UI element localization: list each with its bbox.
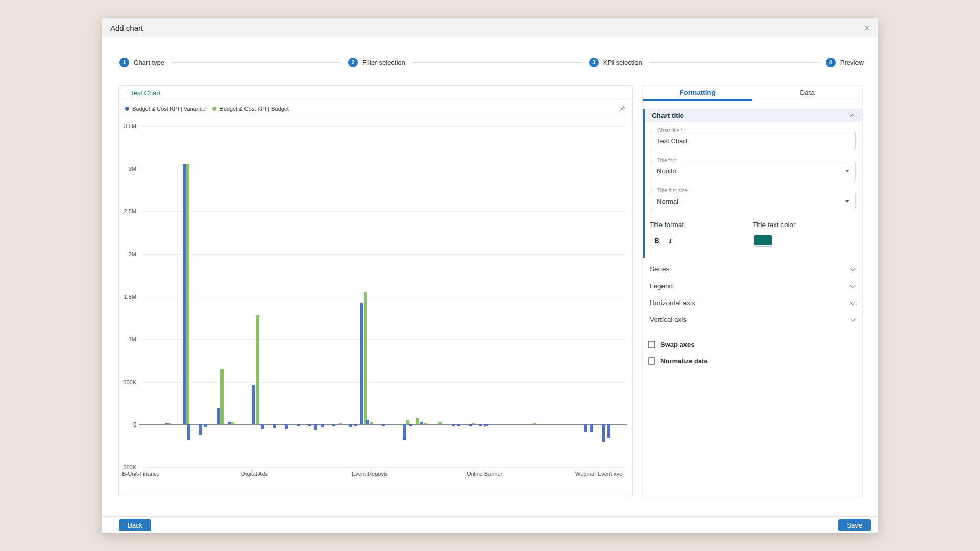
checkbox[interactable]	[648, 341, 655, 348]
x-axis-end-tick	[625, 424, 625, 427]
bar-negative[interactable]	[382, 424, 385, 426]
accordion-row-label: Vertical axis	[650, 316, 687, 323]
bar-positive[interactable]	[165, 423, 168, 425]
bar-positive[interactable]	[217, 408, 220, 425]
chart-title-section-header[interactable]: Chart title	[645, 109, 862, 122]
bar-positive[interactable]	[168, 423, 172, 425]
bar-negative[interactable]	[457, 424, 460, 426]
bar-negative[interactable]	[479, 424, 482, 426]
back-button[interactable]: Back	[119, 519, 151, 531]
bar-negative[interactable]	[321, 424, 324, 427]
step-label: KPI selection	[603, 59, 642, 66]
bar-negative[interactable]	[314, 424, 317, 429]
step-number-badge: 4	[826, 58, 836, 67]
bar-negative[interactable]	[261, 424, 264, 429]
bar-positive[interactable]	[364, 292, 367, 424]
accordion-row-horizontal-axis[interactable]: Horizontal axis	[643, 294, 862, 311]
chevron-down-icon	[850, 282, 855, 288]
chart-title-field-value: Test Chart	[657, 137, 687, 145]
legend-item[interactable]: Budget & Cost KPI | Variance	[125, 106, 205, 112]
stepper-step-3[interactable]: 3KPI selection	[589, 58, 642, 67]
bar-positive[interactable]	[366, 420, 369, 424]
bar-positive[interactable]	[533, 423, 536, 425]
accordion-row-series[interactable]: Series	[643, 261, 862, 278]
bar-negative[interactable]	[452, 424, 455, 426]
bar-positive[interactable]	[256, 315, 259, 424]
title-font-size-value: Normal	[657, 197, 678, 205]
pin-icon[interactable]	[617, 104, 626, 113]
close-icon[interactable]: ×	[864, 22, 870, 33]
chart-title-section: Chart title Chart title * Test Chart Tit…	[643, 109, 862, 258]
italic-button[interactable]: I	[664, 234, 677, 247]
bar-negative[interactable]	[285, 424, 288, 429]
bar-negative[interactable]	[354, 424, 357, 426]
bar-negative[interactable]	[469, 424, 472, 426]
title-text-color-swatch[interactable]	[753, 234, 773, 247]
x-tick-mark	[484, 424, 485, 427]
bar-positive[interactable]	[220, 369, 224, 425]
bar-positive[interactable]	[370, 422, 373, 425]
save-button[interactable]: Save	[838, 519, 871, 531]
bar-positive[interactable]	[183, 164, 186, 424]
legend-item[interactable]: Budget & Cost KPI | Budget	[212, 106, 289, 112]
panel-tabs: Formatting Data	[643, 86, 862, 101]
bar-negative[interactable]	[349, 424, 352, 427]
stepper-step-4[interactable]: 4Preview	[826, 58, 864, 67]
checkbox[interactable]	[648, 357, 655, 365]
bar-positive[interactable]	[472, 423, 475, 425]
bar-positive[interactable]	[438, 422, 442, 424]
bar-negative[interactable]	[602, 424, 605, 442]
title-font-select[interactable]: Title font Nunito	[650, 161, 856, 181]
checkbox-row-swap-axes[interactable]: Swap axes	[643, 336, 862, 353]
bar-negative[interactable]	[485, 424, 488, 426]
accordion-row-legend[interactable]: Legend	[643, 278, 862, 294]
bar-negative[interactable]	[590, 424, 593, 432]
chart-preview-card: Test Chart Budget & Cost KPI | VarianceB…	[118, 85, 633, 497]
bar-positive[interactable]	[252, 385, 255, 425]
chart-title-field[interactable]: Chart title * Test Chart	[650, 131, 856, 151]
accordion-row-vertical-axis[interactable]: Vertical axis	[643, 311, 862, 328]
stepper-step-1[interactable]: 1Chart type	[119, 58, 164, 67]
checkbox-label: Normalize data	[660, 357, 707, 365]
bar-positive[interactable]	[424, 423, 427, 424]
gridline	[141, 254, 625, 255]
bar-negative[interactable]	[332, 424, 335, 426]
bar-positive[interactable]	[360, 303, 363, 424]
bar-negative[interactable]	[273, 424, 276, 428]
step-label: Chart type	[134, 59, 164, 66]
bar-positive[interactable]	[416, 418, 419, 424]
tab-formatting[interactable]: Formatting	[643, 86, 752, 101]
stepper-step-2[interactable]: 2Filter selection	[348, 58, 405, 67]
gridline	[141, 211, 625, 212]
bar-negative[interactable]	[187, 424, 190, 440]
x-tick-label: Event Reguvis	[352, 471, 388, 477]
y-tick-label: 2.5M	[124, 208, 136, 214]
checkbox-row-normalize-data[interactable]: Normalize data	[643, 353, 862, 369]
y-tick-label: 2M	[129, 251, 136, 257]
bar-negative[interactable]	[403, 424, 406, 440]
accordion-row-label: Series	[650, 265, 669, 273]
step-number-badge: 1	[119, 58, 129, 67]
bar-negative[interactable]	[199, 424, 202, 435]
step-number-badge: 2	[348, 58, 358, 67]
bar-negative[interactable]	[607, 424, 610, 438]
title-font-size-select[interactable]: Title font size Normal	[650, 191, 856, 211]
y-tick-label: 1M	[129, 336, 136, 342]
bar-negative[interactable]	[409, 424, 412, 426]
step-connector	[172, 62, 341, 63]
bar-positive[interactable]	[228, 422, 231, 424]
bar-negative[interactable]	[584, 424, 587, 432]
bold-button[interactable]: B	[650, 234, 664, 247]
bar-positive[interactable]	[231, 422, 234, 424]
bar-positive[interactable]	[420, 422, 423, 424]
bar-negative[interactable]	[308, 424, 311, 426]
step-connector	[649, 62, 819, 63]
bar-positive[interactable]	[406, 420, 409, 425]
bar-negative[interactable]	[297, 424, 300, 426]
legend-label: Budget & Cost KPI | Budget	[219, 106, 289, 112]
bar-positive[interactable]	[339, 423, 342, 425]
tab-data[interactable]: Data	[752, 86, 862, 101]
bar-negative[interactable]	[204, 424, 207, 426]
title-format-row: Title format B I Title text color	[650, 221, 856, 247]
bar-positive[interactable]	[186, 164, 189, 425]
